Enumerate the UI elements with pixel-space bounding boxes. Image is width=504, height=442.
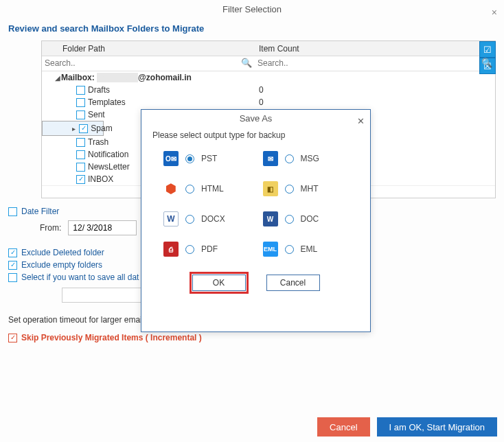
exclude-empty-checkbox[interactable] xyxy=(8,261,17,270)
date-filter-label: Date Filter xyxy=(21,207,59,216)
dialog-cancel-button[interactable]: Cancel xyxy=(266,275,320,291)
radio-doc[interactable] xyxy=(285,215,294,224)
folder-checkbox[interactable] xyxy=(76,86,85,95)
radio-mht[interactable] xyxy=(285,185,294,194)
folder-label[interactable]: Notification xyxy=(88,150,128,159)
expander-icon[interactable]: ◢ xyxy=(54,74,61,82)
folder-checkbox[interactable] xyxy=(76,138,85,147)
exclude-deleted-label: Exclude Deleted folder xyxy=(21,248,104,257)
search-folder-input[interactable] xyxy=(42,56,255,70)
mht-icon: ◧ xyxy=(263,181,278,196)
folder-label[interactable]: Trash xyxy=(88,137,108,147)
from-date-input[interactable] xyxy=(68,220,137,235)
save-all-label: Select if you want to save all dat xyxy=(21,272,139,282)
close-icon[interactable]: × xyxy=(492,3,497,22)
opt-mht-label: MHT xyxy=(301,184,319,194)
opt-doc-label: DOC xyxy=(301,214,319,224)
folder-count: 0 xyxy=(255,85,495,95)
dialog-ok-button[interactable]: OK xyxy=(192,275,246,291)
from-label: From: xyxy=(40,223,61,233)
radio-eml[interactable] xyxy=(285,245,294,254)
skip-migrated-label: Skip Previously Migrated Items ( Increme… xyxy=(21,333,202,342)
col-header-count[interactable]: Item Count xyxy=(255,44,495,54)
cancel-button[interactable]: Cancel xyxy=(317,417,369,437)
opt-pdf-label: PDF xyxy=(201,244,218,254)
folder-count: 0 xyxy=(255,97,495,107)
col-header-folder[interactable]: Folder Path xyxy=(42,44,255,54)
exclude-deleted-checkbox[interactable] xyxy=(8,248,17,257)
mailbox-label: Mailbox: xxxxxxxxx@zohomail.in xyxy=(61,73,192,82)
search-count-input[interactable] xyxy=(255,56,495,70)
folder-label[interactable]: Drafts xyxy=(88,85,110,95)
window-titlebar: Filter Selection × xyxy=(0,0,504,19)
mail-icon: ✉ xyxy=(263,151,278,166)
dialog-subtitle: Please select output type for backup xyxy=(141,128,370,147)
outlook-icon: O✉ xyxy=(163,151,179,166)
docx-icon: W xyxy=(163,211,179,226)
html5-icon: ⬢ xyxy=(163,181,179,196)
pdf-icon: ⎙ xyxy=(163,242,179,257)
start-migration-button[interactable]: I am OK, Start Migration xyxy=(377,417,497,437)
dialog-title: Save As xyxy=(240,113,273,124)
folder-label[interactable]: Templates xyxy=(88,97,126,107)
opt-pst-label: PST xyxy=(201,154,217,163)
page-subtitle: Review and search Mailbox Folders to Mig… xyxy=(0,19,504,38)
dialog-close-icon[interactable]: ✕ xyxy=(357,113,365,130)
opt-eml-label: EML xyxy=(301,244,318,254)
save-as-dialog: Save As ✕ Please select output type for … xyxy=(141,109,371,332)
doc-icon: W xyxy=(263,211,278,226)
radio-msg[interactable] xyxy=(285,154,294,163)
folder-checkbox[interactable] xyxy=(76,163,85,172)
folder-checkbox[interactable] xyxy=(76,98,85,107)
opt-msg-label: MSG xyxy=(301,154,319,163)
date-filter-checkbox[interactable] xyxy=(8,207,17,216)
folder-label[interactable]: Spam xyxy=(91,124,112,133)
folder-label[interactable]: NewsLetter xyxy=(88,162,130,172)
folder-checkbox[interactable] xyxy=(76,110,85,119)
save-all-checkbox[interactable] xyxy=(8,273,17,282)
window-title: Filter Selection xyxy=(222,4,282,14)
radio-html[interactable] xyxy=(185,185,194,194)
folder-checkbox[interactable] xyxy=(76,175,85,184)
select-all-button[interactable]: ☑ xyxy=(479,41,496,58)
folder-label[interactable]: INBOX xyxy=(88,174,113,184)
folder-checkbox[interactable] xyxy=(76,150,85,159)
folder-label[interactable]: Sent xyxy=(88,110,105,119)
radio-docx[interactable] xyxy=(185,215,194,224)
radio-pst[interactable] xyxy=(185,154,194,163)
radio-pdf[interactable] xyxy=(185,245,194,254)
folder-checkbox[interactable] xyxy=(79,124,88,133)
exclude-empty-label: Exclude empty folders xyxy=(21,260,102,270)
opt-docx-label: DOCX xyxy=(201,214,225,224)
expander-icon[interactable]: ▸ xyxy=(70,125,77,132)
eml-icon: EML xyxy=(263,242,278,257)
opt-html-label: HTML xyxy=(201,184,224,194)
skip-migrated-checkbox[interactable] xyxy=(8,334,17,342)
